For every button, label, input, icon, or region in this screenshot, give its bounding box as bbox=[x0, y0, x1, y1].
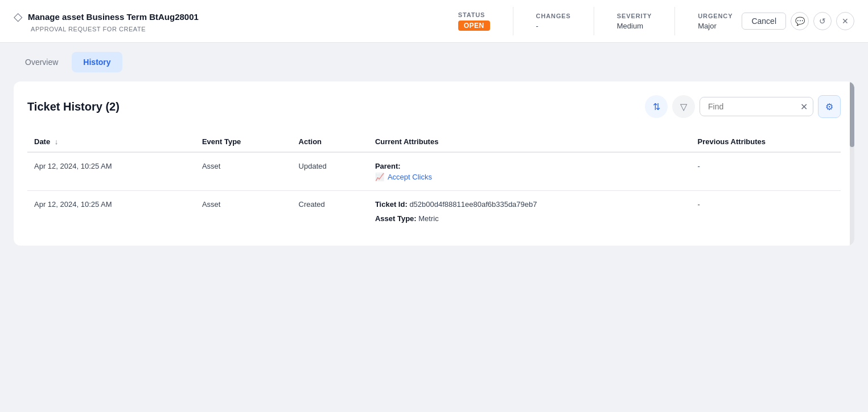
clear-icon: ✕ bbox=[800, 102, 808, 112]
meta-status: STATUS OPEN bbox=[458, 11, 490, 31]
table-body: Apr 12, 2024, 10:25 AM Asset Updated Par… bbox=[27, 152, 841, 232]
row1-current-attr: Parent: 📈 Accept Clicks bbox=[368, 152, 691, 191]
close-icon: ✕ bbox=[842, 17, 849, 26]
changes-label: CHANGES bbox=[536, 13, 571, 19]
row2-prev-attr: - bbox=[691, 191, 841, 232]
tab-overview[interactable]: Overview bbox=[14, 52, 69, 72]
severity-label: SEVERITY bbox=[617, 13, 652, 19]
table-row: Apr 12, 2024, 10:25 AM Asset Created Tic… bbox=[27, 191, 841, 232]
page-title: Manage asset Business Term BtAug28001 bbox=[28, 12, 199, 22]
top-bar-right: STATUS OPEN CHANGES - SEVERITY Medium UR… bbox=[458, 7, 854, 35]
row2-event-type: Asset bbox=[195, 191, 292, 232]
close-button[interactable]: ✕ bbox=[836, 12, 854, 30]
top-bar-actions: Cancel 💬 ↺ ✕ bbox=[742, 12, 854, 30]
trend-icon: 📈 bbox=[375, 173, 384, 181]
divider-3 bbox=[674, 7, 675, 35]
urgency-label: URGENCY bbox=[698, 13, 733, 19]
status-label: STATUS bbox=[458, 11, 486, 18]
ticket-id-label: Ticket Id: bbox=[375, 200, 408, 209]
find-input-wrap: ✕ bbox=[700, 97, 813, 116]
chat-icon: 💬 bbox=[795, 17, 805, 26]
card-header: Ticket History (2) ⇅ ▽ ✕ ⚙ bbox=[27, 95, 841, 118]
row2-date: Apr 12, 2024, 10:25 AM bbox=[27, 191, 195, 232]
status-badge: OPEN bbox=[458, 21, 490, 31]
accept-clicks-link[interactable]: 📈 Accept Clicks bbox=[375, 173, 684, 181]
asset-type-label: Asset Type: bbox=[375, 214, 417, 223]
history-table: Date ↓ Event Type Action Current Attribu… bbox=[27, 132, 841, 232]
top-bar-left: ◇ Manage asset Business Term BtAug28001 … bbox=[14, 10, 199, 32]
header-row: Date ↓ Event Type Action Current Attribu… bbox=[27, 132, 841, 152]
row1-date: Apr 12, 2024, 10:25 AM bbox=[27, 152, 195, 191]
chat-button[interactable]: 💬 bbox=[791, 12, 809, 30]
refresh-button[interactable]: ↺ bbox=[813, 12, 832, 30]
card-title: Ticket History (2) bbox=[27, 100, 120, 113]
col-current-attributes: Current Attributes bbox=[368, 132, 691, 152]
main-content: Ticket History (2) ⇅ ▽ ✕ ⚙ bbox=[0, 72, 868, 255]
row2-action: Created bbox=[292, 191, 368, 232]
tag-icon: ◇ bbox=[14, 10, 22, 23]
meta-section: STATUS OPEN CHANGES - SEVERITY Medium UR… bbox=[458, 7, 733, 35]
table-header: Date ↓ Event Type Action Current Attribu… bbox=[27, 132, 841, 152]
sort-arrow-date: ↓ bbox=[55, 137, 59, 146]
filter-button[interactable]: ▽ bbox=[672, 95, 695, 118]
row1-action: Updated bbox=[292, 152, 368, 191]
meta-changes: CHANGES - bbox=[536, 13, 571, 30]
sort-icon: ⇅ bbox=[653, 101, 660, 112]
changes-value: - bbox=[536, 22, 538, 30]
meta-urgency: URGENCY Major bbox=[698, 13, 733, 30]
row1-attr-label: Parent: bbox=[375, 162, 401, 170]
settings-button[interactable]: ⚙ bbox=[818, 95, 841, 118]
severity-value: Medium bbox=[617, 22, 643, 30]
col-date: Date ↓ bbox=[27, 132, 195, 152]
cancel-button[interactable]: Cancel bbox=[742, 13, 786, 30]
tab-history[interactable]: History bbox=[72, 52, 122, 72]
col-action: Action bbox=[292, 132, 368, 152]
col-event-type: Event Type bbox=[195, 132, 292, 152]
find-input[interactable] bbox=[700, 97, 813, 116]
row2-asset-type: Asset Type: Metric bbox=[375, 214, 684, 223]
ticket-id-value: d52b00d4f88811ee80af6b335da79eb7 bbox=[409, 200, 537, 209]
row2-current-attr: Ticket Id: d52b00d4f88811ee80af6b335da79… bbox=[368, 191, 691, 232]
meta-severity: SEVERITY Medium bbox=[617, 13, 652, 30]
sort-button[interactable]: ⇅ bbox=[645, 95, 668, 118]
col-previous-attributes: Previous Attributes bbox=[691, 132, 841, 152]
tabs-bar: Overview History bbox=[0, 43, 868, 72]
asset-type-value: Metric bbox=[418, 214, 438, 223]
scrollbar-thumb[interactable] bbox=[850, 81, 854, 147]
row1-event-type: Asset bbox=[195, 152, 292, 191]
page-subtitle: APPROVAL REQUEST FOR CREATE bbox=[14, 26, 199, 32]
card-actions: ⇅ ▽ ✕ ⚙ bbox=[645, 95, 841, 118]
title-row: ◇ Manage asset Business Term BtAug28001 bbox=[14, 10, 199, 23]
filter-icon: ▽ bbox=[680, 101, 687, 112]
divider-1 bbox=[513, 7, 513, 35]
row2-ticket-id: Ticket Id: d52b00d4f88811ee80af6b335da79… bbox=[375, 200, 684, 209]
scrollbar-track[interactable] bbox=[850, 81, 854, 246]
history-card: Ticket History (2) ⇅ ▽ ✕ ⚙ bbox=[14, 81, 854, 246]
top-bar: ◇ Manage asset Business Term BtAug28001 … bbox=[0, 0, 868, 43]
gear-icon: ⚙ bbox=[825, 101, 833, 112]
find-clear-button[interactable]: ✕ bbox=[800, 101, 808, 112]
row1-prev-attr: - bbox=[691, 152, 841, 191]
divider-2 bbox=[594, 7, 594, 35]
table-row: Apr 12, 2024, 10:25 AM Asset Updated Par… bbox=[27, 152, 841, 191]
refresh-icon: ↺ bbox=[819, 17, 826, 26]
urgency-value: Major bbox=[698, 22, 717, 30]
